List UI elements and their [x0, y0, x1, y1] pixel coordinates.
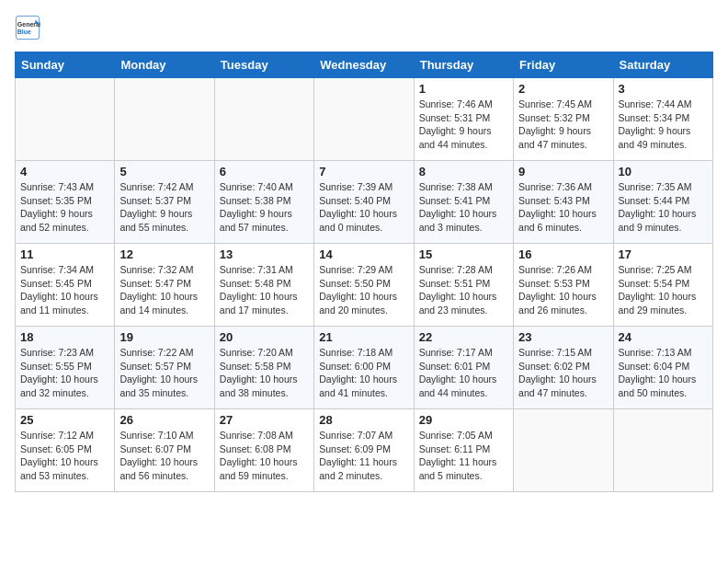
calendar-cell: 7Sunrise: 7:39 AMSunset: 5:40 PMDaylight…: [314, 161, 414, 244]
day-info: Sunrise: 7:39 AMSunset: 5:40 PMDaylight:…: [319, 180, 408, 235]
day-number: 2: [518, 82, 608, 96]
day-number: 20: [220, 330, 309, 344]
calendar-cell: 23Sunrise: 7:15 AMSunset: 6:02 PMDayligh…: [514, 327, 613, 409]
calendar-cell: 29Sunrise: 7:05 AMSunset: 6:11 PMDayligh…: [414, 409, 513, 492]
weekday-header: Monday: [115, 52, 214, 78]
day-info: Sunrise: 7:28 AMSunset: 5:51 PMDaylight:…: [419, 263, 508, 317]
day-info: Sunrise: 7:32 AMSunset: 5:47 PMDaylight:…: [119, 263, 209, 317]
calendar-cell: 17Sunrise: 7:25 AMSunset: 5:54 PMDayligh…: [613, 244, 712, 327]
calendar-cell: 1Sunrise: 7:46 AMSunset: 5:31 PMDaylight…: [414, 78, 513, 161]
calendar-cell: 2Sunrise: 7:45 AMSunset: 5:32 PMDaylight…: [514, 78, 613, 161]
day-info: Sunrise: 7:10 AMSunset: 6:07 PMDaylight:…: [119, 429, 209, 483]
calendar-week-row: 25Sunrise: 7:12 AMSunset: 6:05 PMDayligh…: [16, 409, 713, 492]
calendar-cell: 11Sunrise: 7:34 AMSunset: 5:45 PMDayligh…: [16, 244, 115, 327]
weekday-header-row: SundayMondayTuesdayWednesdayThursdayFrid…: [16, 52, 713, 78]
day-info: Sunrise: 7:25 AMSunset: 5:54 PMDaylight:…: [619, 263, 708, 317]
day-info: Sunrise: 7:23 AMSunset: 5:55 PMDaylight:…: [20, 346, 109, 400]
logo: General Blue: [15, 15, 40, 40]
calendar-cell: 8Sunrise: 7:38 AMSunset: 5:41 PMDaylight…: [414, 161, 513, 244]
day-number: 10: [619, 165, 708, 178]
day-number: 25: [20, 413, 109, 427]
weekday-header: Wednesday: [314, 52, 414, 78]
day-number: 17: [619, 247, 708, 261]
day-number: 7: [319, 165, 408, 178]
day-number: 13: [220, 247, 309, 261]
calendar-cell: 21Sunrise: 7:18 AMSunset: 6:00 PMDayligh…: [314, 327, 414, 409]
weekday-header: Sunday: [16, 52, 115, 78]
calendar-cell: 25Sunrise: 7:12 AMSunset: 6:05 PMDayligh…: [16, 409, 115, 492]
day-number: 19: [119, 330, 209, 344]
calendar-cell: 26Sunrise: 7:10 AMSunset: 6:07 PMDayligh…: [115, 409, 214, 492]
calendar-week-row: 11Sunrise: 7:34 AMSunset: 5:45 PMDayligh…: [16, 244, 713, 327]
calendar-cell: 19Sunrise: 7:22 AMSunset: 5:57 PMDayligh…: [115, 327, 214, 409]
weekday-header: Thursday: [414, 52, 513, 78]
calendar-cell: 5Sunrise: 7:42 AMSunset: 5:37 PMDaylight…: [115, 161, 214, 244]
day-info: Sunrise: 7:36 AMSunset: 5:43 PMDaylight:…: [518, 180, 608, 235]
calendar-cell: 15Sunrise: 7:28 AMSunset: 5:51 PMDayligh…: [414, 244, 513, 327]
calendar-cell: [314, 78, 414, 161]
day-number: 9: [518, 165, 608, 178]
day-info: Sunrise: 7:42 AMSunset: 5:37 PMDaylight:…: [119, 180, 209, 235]
day-info: Sunrise: 7:08 AMSunset: 6:08 PMDaylight:…: [220, 429, 309, 483]
calendar-table: SundayMondayTuesdayWednesdayThursdayFrid…: [15, 52, 713, 492]
day-info: Sunrise: 7:15 AMSunset: 6:02 PMDaylight:…: [518, 346, 608, 400]
calendar-body: 1Sunrise: 7:46 AMSunset: 5:31 PMDaylight…: [16, 78, 713, 492]
calendar-cell: [613, 409, 712, 492]
day-info: Sunrise: 7:13 AMSunset: 6:04 PMDaylight:…: [619, 346, 708, 400]
day-info: Sunrise: 7:22 AMSunset: 5:57 PMDaylight:…: [119, 346, 209, 400]
day-number: 26: [119, 413, 209, 427]
calendar-cell: 24Sunrise: 7:13 AMSunset: 6:04 PMDayligh…: [613, 327, 712, 409]
calendar-cell: 10Sunrise: 7:35 AMSunset: 5:44 PMDayligh…: [613, 161, 712, 244]
day-info: Sunrise: 7:12 AMSunset: 6:05 PMDaylight:…: [20, 429, 109, 483]
day-number: 6: [220, 165, 309, 178]
calendar-cell: 12Sunrise: 7:32 AMSunset: 5:47 PMDayligh…: [115, 244, 214, 327]
day-info: Sunrise: 7:35 AMSunset: 5:44 PMDaylight:…: [619, 180, 708, 235]
weekday-header: Tuesday: [214, 52, 313, 78]
calendar-cell: 4Sunrise: 7:43 AMSunset: 5:35 PMDaylight…: [16, 161, 115, 244]
day-number: 11: [20, 247, 109, 261]
svg-rect-0: [16, 16, 39, 39]
day-number: 28: [319, 413, 408, 427]
calendar-week-row: 18Sunrise: 7:23 AMSunset: 5:55 PMDayligh…: [16, 327, 713, 409]
calendar-cell: 16Sunrise: 7:26 AMSunset: 5:53 PMDayligh…: [514, 244, 613, 327]
calendar-cell: 18Sunrise: 7:23 AMSunset: 5:55 PMDayligh…: [16, 327, 115, 409]
day-number: 12: [119, 247, 209, 261]
calendar-week-row: 1Sunrise: 7:46 AMSunset: 5:31 PMDaylight…: [16, 78, 713, 161]
day-info: Sunrise: 7:34 AMSunset: 5:45 PMDaylight:…: [20, 263, 109, 317]
day-number: 22: [419, 330, 508, 344]
day-number: 18: [20, 330, 109, 344]
day-number: 4: [20, 165, 109, 178]
day-number: 14: [319, 247, 408, 261]
weekday-header: Saturday: [613, 52, 712, 78]
day-info: Sunrise: 7:44 AMSunset: 5:34 PMDaylight:…: [619, 98, 708, 152]
day-number: 8: [419, 165, 508, 178]
logo-icon: General Blue: [15, 15, 40, 40]
page-header: General Blue: [15, 15, 713, 40]
calendar-cell: [115, 78, 214, 161]
svg-text:Blue: Blue: [17, 29, 31, 35]
calendar-cell: 6Sunrise: 7:40 AMSunset: 5:38 PMDaylight…: [214, 161, 313, 244]
day-number: 21: [319, 330, 408, 344]
day-info: Sunrise: 7:31 AMSunset: 5:48 PMDaylight:…: [220, 263, 309, 317]
day-number: 24: [619, 330, 708, 344]
calendar-cell: 28Sunrise: 7:07 AMSunset: 6:09 PMDayligh…: [314, 409, 414, 492]
day-info: Sunrise: 7:05 AMSunset: 6:11 PMDaylight:…: [419, 429, 508, 483]
day-number: 15: [419, 247, 508, 261]
day-number: 1: [419, 82, 508, 96]
day-number: 23: [518, 330, 608, 344]
calendar-cell: 13Sunrise: 7:31 AMSunset: 5:48 PMDayligh…: [214, 244, 313, 327]
day-info: Sunrise: 7:29 AMSunset: 5:50 PMDaylight:…: [319, 263, 408, 317]
calendar-cell: 9Sunrise: 7:36 AMSunset: 5:43 PMDaylight…: [514, 161, 613, 244]
calendar-cell: 20Sunrise: 7:20 AMSunset: 5:58 PMDayligh…: [214, 327, 313, 409]
day-number: 3: [619, 82, 708, 96]
day-info: Sunrise: 7:40 AMSunset: 5:38 PMDaylight:…: [220, 180, 309, 235]
calendar-cell: [214, 78, 313, 161]
day-info: Sunrise: 7:43 AMSunset: 5:35 PMDaylight:…: [20, 180, 109, 235]
day-number: 16: [518, 247, 608, 261]
calendar-cell: [514, 409, 613, 492]
day-number: 27: [220, 413, 309, 427]
calendar-cell: 27Sunrise: 7:08 AMSunset: 6:08 PMDayligh…: [214, 409, 313, 492]
day-number: 29: [419, 413, 508, 427]
calendar-cell: [16, 78, 115, 161]
calendar-week-row: 4Sunrise: 7:43 AMSunset: 5:35 PMDaylight…: [16, 161, 713, 244]
